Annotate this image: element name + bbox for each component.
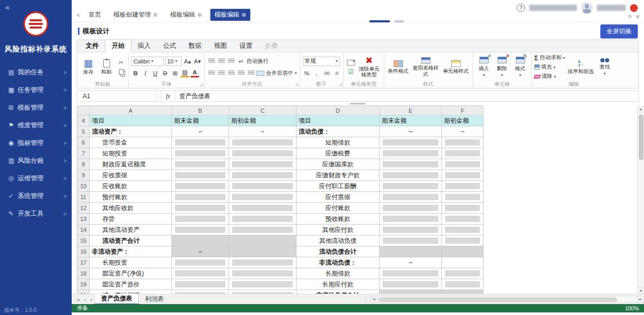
cell-D13[interactable]: 预收账款 [297,214,380,225]
sheet-first-icon[interactable]: « [75,296,82,303]
cell-B11[interactable] [172,192,229,203]
cell-A20[interactable]: 减：累计折旧 [90,290,172,294]
chevron-down-icon[interactable]: ▾ [295,71,297,75]
cell-F10[interactable] [442,181,484,192]
alignment-dialog-launcher-icon[interactable] [296,83,298,86]
cell-A19[interactable]: 固定资产原价 [90,279,172,290]
clear-button[interactable]: 清除▾ [534,72,566,81]
cell-D4[interactable]: 项目 [297,115,380,126]
celltype-checkbox-button[interactable]: ☑ [346,68,356,76]
column-header-B[interactable]: B [172,106,229,115]
tab-scroll-left-icon[interactable]: < [77,12,80,18]
horizontal-scroll-thumb[interactable] [379,297,617,302]
bold-button[interactable]: B [131,69,140,77]
cell-E16[interactable] [380,246,442,257]
row-header-5[interactable]: 5 [77,126,90,137]
cell-C6[interactable] [229,137,297,148]
cell-F8[interactable] [442,159,484,170]
tab-list-dropdown-icon[interactable]: ∨ [636,13,640,20]
sidebar-item-dev-tools[interactable]: ✎开发工具> [0,205,72,222]
cell-C19[interactable] [229,279,297,290]
cell-B12[interactable] [172,203,229,214]
sheet-tab-income-statement[interactable]: 利润表 [139,294,170,305]
insert-cells-button[interactable]: +插入▾ [476,56,492,78]
cell-E19[interactable] [380,279,442,290]
cell-A12[interactable]: 其他应收款 [90,203,172,214]
cell-A11[interactable]: 预付账款 [90,192,172,203]
cell-F11[interactable] [442,192,484,203]
cell-F14[interactable] [442,225,484,235]
cell-F20[interactable] [442,290,484,294]
fill-button[interactable]: 填充▾ [534,63,566,71]
cell-C9[interactable] [229,170,297,181]
cell-B20[interactable] [172,290,229,294]
cell-D20[interactable]: 非流动负债合计 [297,290,380,294]
align-center-button[interactable] [217,69,225,77]
cell-C13[interactable] [229,214,297,225]
number-format-select[interactable]: 常规▾ [303,57,340,66]
italic-button[interactable]: I [141,69,150,77]
row-header-16[interactable]: 16 [77,246,90,257]
align-middle-button[interactable] [217,57,225,65]
cell-D10[interactable]: 应付职工薪酬 [297,181,380,192]
cell-D12[interactable]: 应付账款 [297,203,380,214]
cell-F18[interactable] [442,268,484,279]
cell-F12[interactable] [442,203,484,214]
cell-E11[interactable] [380,192,442,203]
align-right-button[interactable] [227,69,235,77]
row-header-10[interactable]: 10 [77,181,90,192]
tab-template-edit-2-active[interactable]: 模板编辑⊗ [210,9,250,21]
cell-C10[interactable] [229,181,297,192]
font-size-select[interactable]: 10▾ [165,57,182,66]
cell-A6[interactable]: 货币资金 [90,137,172,148]
clear-celltype-button[interactable]: ✖清除单元格类型 [357,56,381,78]
align-bottom-button[interactable] [227,57,235,65]
cell-D5[interactable]: 流动负债： [297,126,380,137]
strikethrough-button[interactable]: D [161,69,169,77]
tab-template-edit-1[interactable]: 模板编辑⊗ [166,9,206,21]
cut-button[interactable]: ✂ [116,59,126,67]
sidebar-item-ops-mgmt[interactable]: ◎运维管理> [0,169,72,187]
cell-B13[interactable] [172,214,229,225]
horizontal-scroll-track[interactable] [378,296,637,303]
increase-decimal-button[interactable]: .00 [323,69,331,77]
borders-button[interactable]: ⊞ [171,69,179,77]
format-cells-button[interactable]: ✎格式▾ [512,56,529,78]
font-family-select[interactable]: Calibri▾ [131,57,164,66]
cell-E20[interactable] [380,290,442,294]
table-style-button[interactable]: 套用表格样式 [411,57,440,77]
comma-style-button[interactable]: , [313,69,321,77]
ribbon-tab-data[interactable]: 数据 [182,40,208,52]
ribbon-tab-collapse[interactable]: 折叠 [259,40,284,52]
row-header-13[interactable]: 13 [77,214,90,225]
cell-E12[interactable] [380,203,442,214]
row-header-15[interactable]: 15 [77,235,90,246]
formula-input[interactable]: 资产负债表 [175,91,638,101]
cell-C8[interactable] [229,159,297,170]
row-header-17[interactable]: 17 [77,257,90,268]
cell-name-box[interactable]: A1 [77,91,155,101]
sidebar-item-task-mgmt[interactable]: ▦任务管理> [0,81,72,99]
cell-C4[interactable]: 期初金额 [229,115,297,126]
cell-F13[interactable] [442,214,484,225]
cell-C15[interactable] [229,235,297,246]
sidebar-item-system-mgmt[interactable]: ✓系统管理> [0,187,72,205]
cell-F6[interactable] [442,137,484,148]
cell-A5[interactable]: 流动资产： [90,126,172,137]
cell-B7[interactable] [172,148,229,159]
cell-E10[interactable] [380,181,442,192]
cell-A16[interactable]: 非流动资产： [90,246,172,257]
save-button[interactable]: ▦保存 [80,58,97,76]
row-header-11[interactable]: 11 [77,192,90,203]
ribbon-tab-view[interactable]: 视图 [208,40,233,52]
row-header-12[interactable]: 12 [77,203,90,214]
sidebar-item-template-mgmt[interactable]: ⊞模板管理> [0,99,72,116]
cell-F7[interactable] [442,148,484,159]
row-header-7[interactable]: 7 [77,148,90,159]
cell-B10[interactable] [172,181,229,192]
red-dot-icon[interactable] [630,4,638,12]
autosum-button[interactable]: Σ自动求和▾ [534,54,566,62]
row-header-4[interactable]: 4 [77,115,90,126]
vertical-scrollbar[interactable]: ▲ ▼ [637,106,644,294]
row-header-20[interactable]: 20 [77,290,90,294]
